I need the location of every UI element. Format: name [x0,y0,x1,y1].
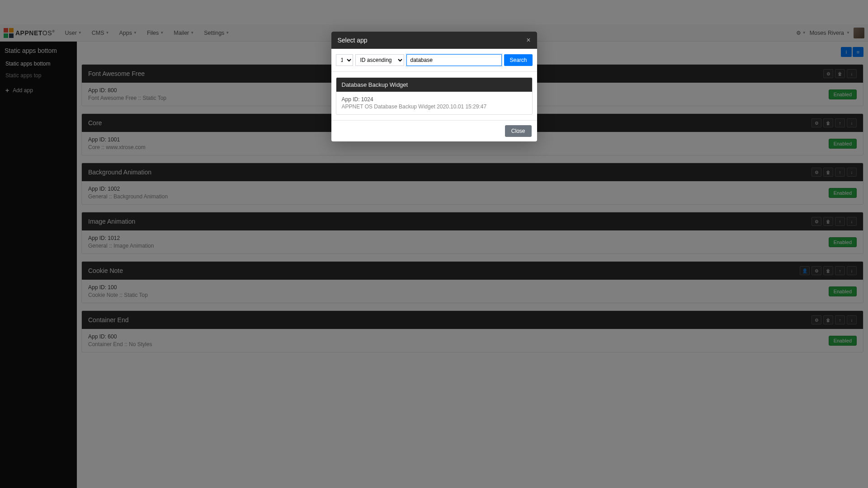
modal-footer: Close [331,121,537,141]
modal-results: Database Backup Widget App ID: 1024 APPN… [331,72,537,121]
result-id: App ID: 1024 [342,96,527,103]
result-item[interactable]: Database Backup Widget App ID: 1024 APPN… [336,77,533,115]
close-button[interactable]: Close [505,125,532,137]
result-body: App ID: 1024 APPNET OS Database Backup W… [336,92,532,114]
result-title: Database Backup Widget [336,78,532,92]
result-desc: APPNET OS Database Backup Widget 2020.10… [342,103,527,110]
search-button[interactable]: Search [504,54,532,66]
modal-close-x[interactable]: × [526,36,530,44]
count-select[interactable]: 10 [336,54,353,66]
sort-select[interactable]: ID ascending [355,54,404,66]
modal-overlay[interactable]: Select app × 10 ID ascending Search Data… [0,0,868,488]
select-app-modal: Select app × 10 ID ascending Search Data… [331,32,537,141]
modal-header: Select app × [331,32,537,49]
modal-title: Select app [338,37,368,44]
modal-filter-row: 10 ID ascending Search [331,49,537,72]
search-input[interactable] [406,54,502,66]
